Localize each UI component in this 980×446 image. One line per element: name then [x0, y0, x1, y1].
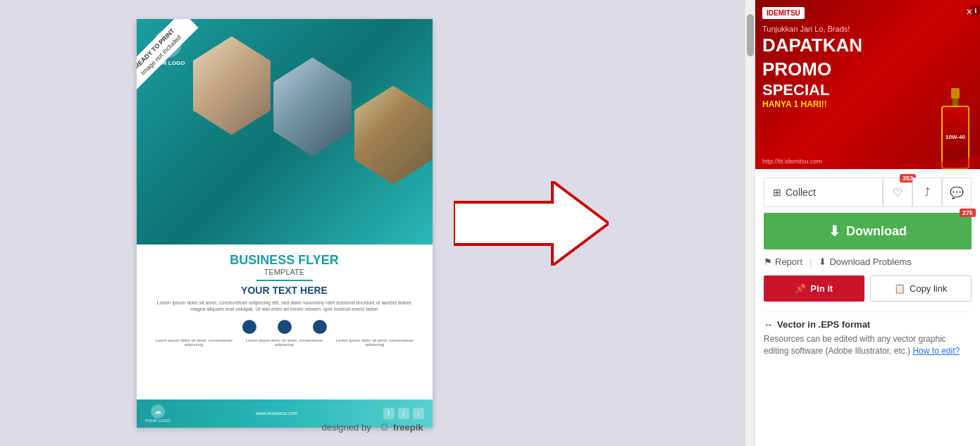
comment-icon: 💬 — [950, 186, 964, 199]
ad-line1: DAPATKAN — [762, 36, 973, 54]
hex-photo-3 — [354, 86, 433, 185]
report-icon: ⚑ — [764, 256, 772, 267]
download-problems-icon: ⬇ — [819, 256, 826, 267]
report-row: ⚑ Report | ⬇ Download Problems — [764, 256, 972, 267]
vector-icon: ↔ — [764, 319, 773, 330]
scrollbar[interactable] — [745, 0, 755, 446]
footer-logo-icon: ☁ — [151, 404, 165, 419]
arrow-container — [454, 181, 609, 266]
ad-info-icon[interactable]: ℹ — [971, 6, 980, 16]
action-area: ⊞ Collect ♡ 352 ⤴ 💬 ⬇ Download 27k ⚑ — [755, 169, 980, 446]
scrollbar-thumb[interactable] — [747, 14, 754, 56]
collect-grid-icon: ⊞ — [773, 187, 781, 198]
ad-line2: PROMO — [762, 60, 973, 78]
dot-3 — [313, 320, 327, 334]
copy-icon: 📋 — [894, 283, 905, 294]
ad-logo: IDEMITSU — [762, 7, 805, 19]
comment-button[interactable]: 💬 — [942, 178, 972, 207]
dot-2 — [278, 320, 292, 334]
download-icon: ⬇ — [829, 223, 841, 240]
hex-photo-2 — [273, 58, 352, 156]
freepik-logo: ☺ freepik — [378, 421, 423, 433]
instagram-icon: i — [413, 408, 424, 419]
designed-by: designed by ☺ freepik — [322, 421, 423, 433]
share-icon: ⤴ — [924, 186, 930, 199]
hex-photos — [193, 30, 433, 185]
flyer-divider — [256, 280, 313, 281]
report-link[interactable]: ⚑ Report — [764, 256, 802, 267]
pin-button[interactable]: 📌 Pin it — [764, 275, 864, 302]
download-problems-link[interactable]: ⬇ Download Problems — [819, 256, 911, 267]
copy-link-button[interactable]: 📋 Copy link — [870, 275, 972, 302]
footer-social-icons: f t i — [383, 408, 424, 419]
facebook-icon: f — [383, 408, 395, 419]
ribbon: READY TO PRINT Image not included — [137, 19, 228, 111]
ribbon-text: READY TO PRINT Image not included — [137, 19, 199, 92]
how-to-edit-link[interactable]: How to edit? — [912, 346, 960, 356]
ad-top-bar: IDEMITSU ✕ — [762, 7, 973, 19]
vector-title: ↔ Vector in .EPS format — [764, 319, 972, 330]
ad-content: IDEMITSU ✕ ℹ Tunjukkan Jari Lo, Brads! D… — [755, 0, 980, 169]
footer-logo: ☁ YOUR LOGO — [145, 404, 170, 423]
vector-info-section: ↔ Vector in .EPS format Resources can be… — [764, 311, 972, 357]
arrow-icon — [454, 181, 609, 266]
pin-icon: 📌 — [795, 283, 806, 294]
svg-marker-0 — [454, 181, 609, 266]
ad-url: http://tti.idemitsu.com — [762, 158, 822, 165]
heart-button[interactable]: ♡ 352 — [883, 178, 912, 207]
flyer-preview: READY TO PRINT Image not included YOUR L… — [137, 19, 433, 428]
flyer-bottom: BUSINESS FLYER TEMPLATE YOUR TEXT HERE L… — [137, 244, 433, 388]
ad-banner: IDEMITSU ✕ ℹ Tunjukkan Jari Lo, Brads! D… — [755, 0, 980, 169]
twitter-icon: t — [398, 408, 409, 419]
collect-row: ⊞ Collect ♡ 352 ⤴ 💬 — [764, 178, 972, 207]
vector-description: Resources can be edited with any vector … — [764, 333, 972, 357]
flyer-dots — [151, 320, 418, 334]
flyer-columns: Lorem ipsum dolor sit amet, consectetuer… — [151, 338, 418, 347]
heart-icon: ♡ — [893, 186, 903, 199]
share-row: 📌 Pin it 📋 Copy link — [764, 275, 972, 302]
dot-1 — [242, 320, 256, 334]
separator: | — [810, 256, 812, 267]
download-badge: 27k — [960, 209, 976, 217]
right-sidebar: IDEMITSU ✕ ℹ Tunjukkan Jari Lo, Brads! D… — [755, 0, 980, 446]
download-button[interactable]: ⬇ Download 27k — [764, 213, 972, 249]
share-button[interactable]: ⤴ — [912, 178, 942, 207]
collect-button[interactable]: ⊞ Collect — [764, 178, 883, 207]
main-preview-area: READY TO PRINT Image not included YOUR L… — [0, 0, 745, 446]
ad-greeting: Tunjukkan Jari Lo, Brads! — [762, 25, 973, 33]
preview-container: READY TO PRINT Image not included YOUR L… — [14, 19, 731, 428]
